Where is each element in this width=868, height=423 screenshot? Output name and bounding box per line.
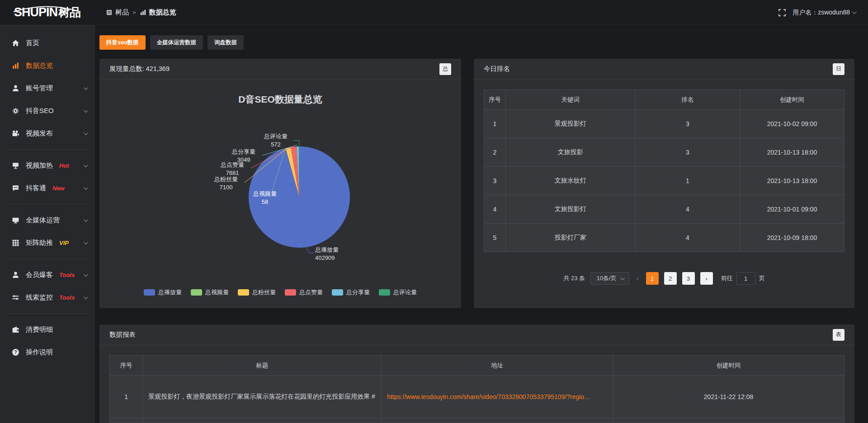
impressions-total-title: 展现量总数: 421,369: [109, 65, 170, 73]
sidebar-divider: [7, 313, 88, 314]
pie-label-comment: 总评论量 572: [257, 132, 295, 149]
impressions-chart-panel: 展现量总数: 421,369 总 D音SEO数据量总览: [99, 59, 461, 308]
cell-no: 3: [484, 167, 506, 195]
page-button-3[interactable]: 3: [682, 272, 695, 285]
chevron-down-icon: [84, 131, 88, 135]
question-icon: ?: [12, 348, 19, 356]
svg-text:?: ?: [14, 350, 17, 355]
sidebar-divider: [7, 204, 88, 204]
sidebar-item-data-overview[interactable]: 数据总览: [0, 54, 95, 77]
sidebar-item-label: 操作说明: [26, 348, 53, 357]
sidebar-item-label: 线索监控: [26, 293, 53, 302]
table-row[interactable]: 3 文旅水纹灯 1 2021-10-13 18:00: [484, 167, 844, 195]
username-menu[interactable]: 用户名：zswodun88: [793, 9, 855, 17]
play-label-line: [306, 247, 314, 253]
goto-suffix: 页: [759, 274, 765, 282]
legend-item-video[interactable]: 总视频量: [191, 288, 229, 296]
sidebar-item-member-burst[interactable]: 会员爆客 Tools: [0, 263, 95, 286]
data-report-panel: 数据报表 表 序号 标题 地址 创建时间: [99, 324, 854, 423]
sidebar-item-account[interactable]: 账号管理: [0, 77, 95, 99]
breadcrumb: 树品 > 数据总览: [106, 8, 176, 17]
tools-badge: Tools: [59, 294, 75, 301]
table-row[interactable]: 2 文旅投影 3 2021-10-13 18:00: [484, 138, 844, 167]
cell-keyword: 文旅投影灯: [505, 195, 635, 224]
pie-slice-video-count[interactable]: [286, 148, 299, 197]
sidebar-item-douyin-seo[interactable]: 抖音SEO: [0, 99, 95, 122]
col-no: 序号: [484, 90, 506, 110]
main-content: 抖音seo数据 全媒体运营数据 询盘数据 展现量总数: 421,369 总 D音…: [95, 25, 868, 423]
legend-swatch: [332, 289, 343, 296]
table-header-row: 序号 标题 地址 创建时间: [110, 356, 844, 376]
cell-no: 2: [484, 138, 506, 167]
sidebar-item-matrix-boost[interactable]: 矩阵助推 VIP: [0, 231, 95, 254]
total-toggle-button[interactable]: 总: [439, 63, 451, 75]
breadcrumb-separator: >: [132, 9, 136, 16]
pie-label-fans: 总粉丝量 7100: [207, 175, 245, 192]
legend-item-comment[interactable]: 总评论量: [379, 288, 417, 296]
legend-item-share[interactable]: 总分享量: [332, 288, 370, 296]
page-size-select[interactable]: 10条/页: [590, 272, 629, 285]
tab-douyin-seo-data[interactable]: 抖音seo数据: [99, 35, 146, 50]
sidebar-item-video-heat[interactable]: 视频加热 Hot: [0, 154, 95, 177]
table-row-partial: [110, 418, 844, 423]
col-title: 标题: [143, 356, 382, 376]
table-row[interactable]: 1 景观投影灯，夜游景观投影灯厂家展示展示落花灯在花园里的灯光投影应用效果 # …: [110, 376, 844, 418]
tab-media-operation-data[interactable]: 全媒体运营数据: [150, 35, 203, 50]
bar-chart-icon: [12, 62, 19, 70]
pie-slice-like-count[interactable]: [291, 146, 299, 197]
cell-keyword: 景观投影灯: [505, 110, 635, 138]
table-row[interactable]: 5 投影灯厂家 4 2021-10-09 18:00: [484, 224, 844, 252]
pie-slice-comment-count[interactable]: [299, 146, 299, 197]
table-row[interactable]: 4 文旅投影灯 4 2021-10-01 09:00: [484, 195, 844, 224]
breadcrumb-root-label: 树品: [115, 8, 129, 17]
report-panel-title: 数据报表: [109, 330, 136, 339]
fullscreen-icon[interactable]: [778, 9, 786, 17]
next-page-button[interactable]: ›: [700, 272, 713, 285]
tab-inquiry-data[interactable]: 询盘数据: [208, 35, 244, 50]
pie-label-like: 总点赞量 7681: [213, 161, 251, 177]
sidebar-item-instructions[interactable]: ? 操作说明: [0, 341, 95, 363]
sidebar-item-video-publish[interactable]: 视频发布: [0, 122, 95, 145]
day-toggle-button[interactable]: 日: [833, 63, 844, 75]
brand-logo[interactable]: SHUPIN 树品: [0, 5, 95, 20]
panel-header: 今日排名 日: [474, 59, 854, 80]
member-icon: [12, 271, 19, 279]
table-row[interactable]: 1 景观投影灯 3 2021-10-02 09:00: [484, 110, 844, 138]
breadcrumb-root[interactable]: 树品: [106, 8, 129, 17]
table-header-row: 序号 关键词 排名 创建时间: [484, 90, 844, 110]
report-table: 序号 标题 地址 创建时间 1 景观投影灯，夜游景观投影灯厂家展示展示落花灯在花…: [109, 355, 844, 423]
home-icon: [12, 39, 19, 47]
chevron-down-icon: [84, 163, 88, 167]
page-button-2[interactable]: 2: [664, 272, 677, 285]
prev-page-button[interactable]: ‹: [635, 275, 641, 282]
panel-header: 数据报表 表: [99, 324, 854, 345]
breadcrumb-current[interactable]: 数据总览: [140, 8, 176, 17]
sidebar-item-lead-monitor[interactable]: 线索监控 Tools: [0, 286, 95, 309]
cell-keyword: 文旅投影: [505, 138, 635, 167]
legend-swatch: [238, 289, 249, 296]
legend-item-like[interactable]: 总点赞量: [285, 288, 323, 296]
legend-label: 总粉丝量: [252, 288, 276, 296]
pie-label-name: 总粉丝量: [207, 175, 245, 183]
legend-item-play[interactable]: 总播放量: [144, 288, 182, 296]
table-toggle-button[interactable]: 表: [833, 329, 844, 341]
pie-slice-share-count[interactable]: [297, 146, 299, 197]
cell-url-link[interactable]: https://www.iesdouyin.com/share/video/70…: [382, 376, 613, 418]
legend-swatch: [144, 289, 155, 296]
bar-chart-icon: [140, 9, 146, 16]
sidebar-item-doukertong[interactable]: 抖客通 New: [0, 177, 95, 199]
cell-rank: 3: [635, 110, 740, 138]
legend-label: 总视频量: [205, 288, 229, 296]
legend-item-fans[interactable]: 总粉丝量: [238, 288, 276, 296]
page-button-1[interactable]: 1: [646, 272, 659, 285]
goto-page-input[interactable]: [736, 272, 755, 285]
pie-slice-fans-count[interactable]: [286, 147, 299, 197]
sidebar-item-consumption[interactable]: 消费明细: [0, 318, 95, 341]
legend-swatch: [285, 289, 296, 296]
pagination-total: 共 23 条: [563, 274, 585, 282]
cell-no: 5: [484, 224, 506, 252]
sidebar-item-home[interactable]: 首页: [0, 32, 95, 54]
sidebar-item-label: 抖客通: [26, 184, 46, 193]
sidebar-item-media-operation[interactable]: 全媒体运营: [0, 209, 95, 231]
col-no: 序号: [110, 356, 143, 376]
